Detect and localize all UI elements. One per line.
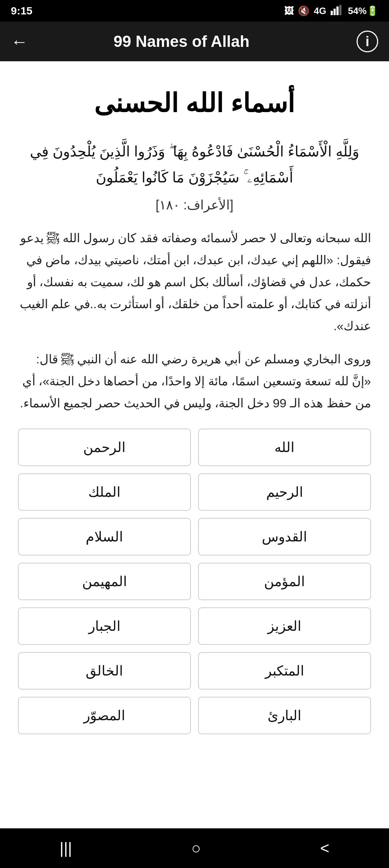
paragraph-1: الله سبحانه وتعالى لا حصر لأسمائه وصفاته… [18,227,371,337]
svg-rect-3 [339,5,341,15]
battery-icon: 54%🔋 [348,5,378,17]
name-button-aziz[interactable]: العزيز [198,607,371,645]
name-button-bari[interactable]: البارئ [198,697,371,734]
name-button-salam[interactable]: السلام [18,518,191,555]
name-button-rahim[interactable]: الرحيم [198,473,371,511]
recent-apps-button[interactable]: ||| [60,839,72,857]
name-button-malik[interactable]: الملك [18,473,191,511]
paragraph-2: وروى البخاري ومسلم عن أبي هريرة رضي الله… [18,348,371,415]
name-button-khaliq[interactable]: الخالق [18,652,191,690]
svg-rect-2 [336,6,339,15]
arabic-title: أسماء الله الحسنى [18,87,371,120]
info-button[interactable]: i [357,31,378,52]
status-bar: 9:15 🖼 🔇 4G 54%🔋 [0,0,389,22]
quran-verse-text: وَلِلَّهِ الْأَسْمَاءُ الْحُسْنَىٰ فَادْ… [29,138,360,190]
main-content: أسماء الله الحسنى وَلِلَّهِ الْأَسْمَاءُ… [0,61,389,796]
name-button-mumin[interactable]: المؤمن [198,563,371,600]
bottom-nav: ||| ○ < [0,828,389,868]
name-button-mutakabbir[interactable]: المتكبر [198,652,371,690]
home-button[interactable]: ○ [191,839,201,857]
status-time: 9:15 [11,5,32,17]
names-grid: الله الرحمن الرحيم الملك القدوس السلام ا… [18,429,371,734]
name-button-allah[interactable]: الله [198,429,371,466]
name-button-muhaymin[interactable]: المهيمن [18,563,191,600]
gallery-icon: 🖼 [284,5,294,17]
signal-icon [331,4,344,18]
name-button-rahman[interactable]: الرحمن [18,429,191,466]
network-icon: 4G [314,5,326,17]
name-button-musawwir[interactable]: المصوّر [18,697,191,734]
nav-back-button[interactable]: < [320,839,330,857]
status-icons: 🖼 🔇 4G 54%🔋 [284,4,378,18]
name-button-jabbar[interactable]: الجبار [18,607,191,645]
app-header: ← 99 Names of Allah i [0,22,389,61]
svg-rect-0 [331,11,333,15]
name-button-quddus[interactable]: القدوس [198,518,371,555]
mute-icon: 🔇 [298,5,309,17]
svg-rect-1 [334,9,336,15]
verse-reference: [الأعراف: ١٨٠] [18,198,371,213]
page-title: 99 Names of Allah [6,32,357,50]
